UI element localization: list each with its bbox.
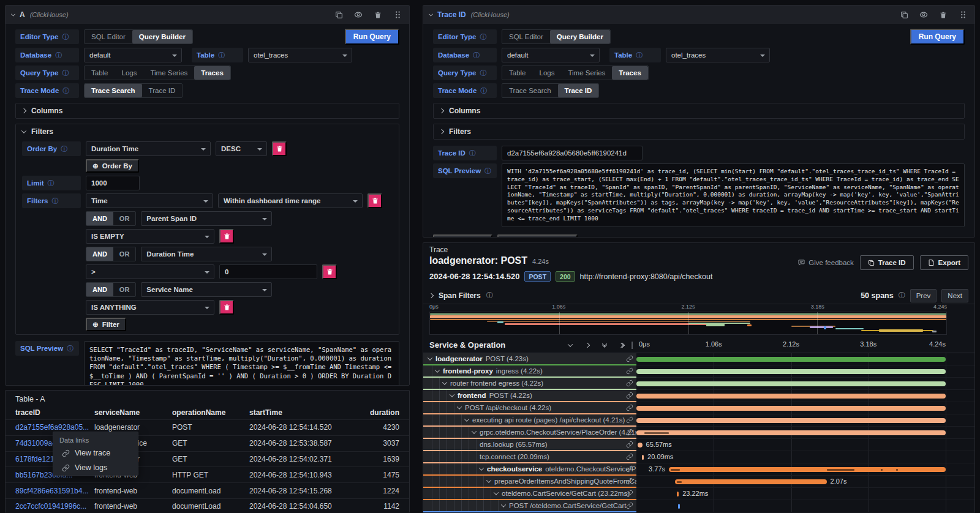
span-name[interactable]: oteldemo.CartService/GetCart (23.22ms) <box>423 488 636 500</box>
span-name[interactable]: grpc.oteldemo.CheckoutService/PlaceOrder… <box>423 427 636 439</box>
span-link-icon[interactable] <box>626 355 633 364</box>
database-select[interactable]: default <box>502 48 600 62</box>
condition-field-select[interactable]: Service Name <box>141 282 272 297</box>
remove-order-by-button[interactable] <box>272 141 287 156</box>
expand-one-icon[interactable] <box>582 340 593 351</box>
table-select[interactable]: otel_traces <box>666 48 770 62</box>
span-bar[interactable] <box>678 504 680 509</box>
give-feedback-link[interactable]: Give feedback <box>797 259 854 266</box>
span-bar[interactable] <box>636 357 946 362</box>
tab-trace-search[interactable]: Trace Search <box>502 84 558 97</box>
export-button[interactable]: Export <box>920 255 968 270</box>
query-panel-a-header[interactable]: A (ClickHouse) <box>6 6 409 24</box>
tab-sql-editor[interactable]: SQL Editor <box>85 30 132 43</box>
prev-button[interactable]: Prev <box>910 289 937 302</box>
chevron-down-icon[interactable] <box>442 380 447 384</box>
chevron-down-icon[interactable] <box>457 404 462 409</box>
span-link-icon[interactable] <box>626 416 633 425</box>
column-header[interactable]: traceID <box>15 408 94 417</box>
trace-id-link[interactable]: 2cc7ccfc01941996c... <box>15 502 94 511</box>
tab-query-builder[interactable]: Query Builder <box>550 30 610 43</box>
chevron-down-icon[interactable] <box>428 355 432 360</box>
span-name[interactable]: tcp.connect (20.09ms) <box>423 451 636 463</box>
view-logs-link[interactable]: View logs <box>53 460 138 475</box>
trace-id-link[interactable]: d2a7155ef6a928a05... <box>15 423 94 432</box>
span-name[interactable]: checkoutserviceoteldemo.CheckoutService/… <box>423 463 636 476</box>
span-name[interactable]: dns.lookup (65.57ms) <box>423 439 636 451</box>
drag-handle-icon[interactable] <box>957 9 968 20</box>
chevron-down-icon[interactable] <box>435 367 440 372</box>
trace-id-link[interactable]: 89cf4286e631591b4... <box>15 487 94 495</box>
span-bar[interactable] <box>636 418 946 423</box>
remove-filter-button[interactable] <box>368 193 382 208</box>
table-select[interactable]: otel_traces <box>248 48 352 62</box>
remove-condition-button[interactable] <box>322 264 337 279</box>
trace-id-input[interactable]: d2a7155ef6a928a05680e5ff6190241d <box>502 146 643 160</box>
trace-minimap[interactable] <box>429 312 947 335</box>
span-bar[interactable] <box>636 430 946 435</box>
tab-logs[interactable]: Logs <box>115 66 144 80</box>
chevron-down-icon[interactable] <box>464 416 469 421</box>
column-header[interactable]: startTime <box>249 408 357 417</box>
span-link-icon[interactable] <box>626 441 633 449</box>
span-link-icon[interactable] <box>626 465 633 474</box>
tab-table[interactable]: Table <box>85 66 115 80</box>
span-bar[interactable] <box>636 406 946 411</box>
order-by-dir-select[interactable]: DESC <box>216 141 267 156</box>
span-bar[interactable] <box>636 369 946 374</box>
condition-op-select[interactable]: IS EMPTY <box>86 229 214 244</box>
duplicate-icon[interactable] <box>333 9 344 20</box>
chevron-down-icon[interactable] <box>501 502 506 507</box>
columns-section[interactable]: Columns <box>433 103 965 119</box>
bool-toggle[interactable]: ANDOR <box>86 282 136 297</box>
tab-traces[interactable]: Traces <box>612 66 647 80</box>
bool-toggle[interactable]: ANDOR <box>86 211 136 226</box>
span-name[interactable]: loadgeneratorPOST (4.23s) <box>423 353 636 365</box>
column-header[interactable]: duration <box>357 408 399 417</box>
tab-query-builder[interactable]: Query Builder <box>132 30 192 43</box>
span-filters-toggle[interactable]: Span Filters ⓘ <box>429 291 493 300</box>
collapse-one-icon[interactable] <box>565 340 576 351</box>
span-link-icon[interactable] <box>626 367 633 376</box>
tab-sql-editor[interactable]: SQL Editor <box>502 30 550 43</box>
span-name[interactable]: router frontend egress (4.22s) <box>423 378 636 390</box>
chevron-down-icon[interactable] <box>472 429 477 433</box>
chevron-down-icon[interactable] <box>479 465 484 470</box>
add-filter-button[interactable]: ⊕Filter <box>86 318 126 331</box>
duplicate-icon[interactable] <box>899 9 910 20</box>
span-bar[interactable] <box>675 479 826 484</box>
view-trace-link[interactable]: View trace <box>53 446 138 460</box>
next-button[interactable]: Next <box>941 289 968 302</box>
span-name[interactable]: frontend-proxyingress (4.22s) <box>423 365 636 378</box>
add-order-by-button[interactable]: ⊕Order By <box>86 159 139 173</box>
span-link-icon[interactable] <box>626 380 633 388</box>
span-link-icon[interactable] <box>626 429 633 437</box>
limit-input[interactable]: 1000 <box>86 176 140 190</box>
span-link-icon[interactable] <box>626 490 633 498</box>
tab-traces[interactable]: Traces <box>194 66 230 80</box>
span-link-icon[interactable] <box>626 404 633 413</box>
column-resize-handle[interactable] <box>631 342 633 349</box>
condition-value-input[interactable]: 0 <box>219 264 317 279</box>
span-bar[interactable] <box>669 467 946 472</box>
span-bar[interactable] <box>677 492 679 496</box>
run-query-button[interactable]: Run Query <box>910 29 965 45</box>
span-link-icon[interactable] <box>626 502 633 511</box>
chevron-down-icon[interactable] <box>486 477 491 482</box>
tab-trace-id[interactable]: Trace ID <box>142 84 183 97</box>
filter-time-field-select[interactable]: Time <box>86 193 213 208</box>
remove-condition-button[interactable] <box>219 300 234 315</box>
span-name[interactable]: frontendPOST (4.22s) <box>423 390 636 402</box>
span-link-icon[interactable] <box>626 477 633 486</box>
remove-condition-button[interactable] <box>219 229 234 244</box>
filter-time-range-select[interactable]: Within dashboard time range <box>218 193 363 208</box>
eye-icon[interactable] <box>918 9 929 20</box>
span-name[interactable]: prepareOrderItemsAndShippingQuoteFromCar… <box>423 476 636 488</box>
tab-time-series[interactable]: Time Series <box>143 66 194 80</box>
span-bar[interactable] <box>636 394 946 399</box>
span-name[interactable]: executing api route (pages) /api/checkou… <box>423 414 636 427</box>
drag-handle-icon[interactable] <box>392 9 403 20</box>
tab-logs[interactable]: Logs <box>533 66 562 80</box>
tab-time-series[interactable]: Time Series <box>561 66 612 80</box>
span-link-icon[interactable] <box>626 392 633 400</box>
